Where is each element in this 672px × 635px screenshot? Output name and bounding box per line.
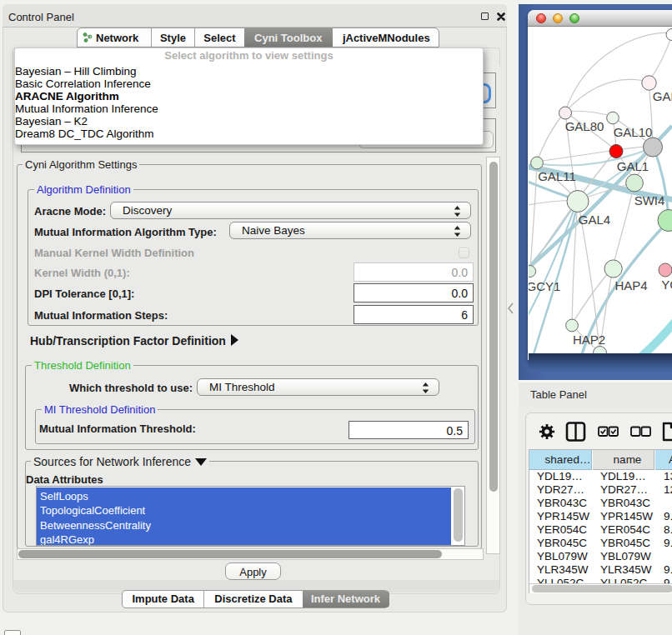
svg-text:SWI4: SWI4 [634,193,665,208]
svg-text:GAL2: GAL2 [653,89,672,103]
svg-text:YG: YG [661,278,672,292]
svg-text:HAP2: HAP2 [573,332,605,347]
svg-text:HAP4: HAP4 [614,278,647,292]
svg-text:GAL11: GAL11 [538,169,576,183]
svg-text:GCY1: GCY1 [529,279,560,293]
svg-text:GAL4: GAL4 [579,212,610,227]
svg-text:GAL10: GAL10 [614,125,653,139]
svg-text:GAL1: GAL1 [617,159,649,173]
svg-text:GAL80: GAL80 [565,119,604,133]
